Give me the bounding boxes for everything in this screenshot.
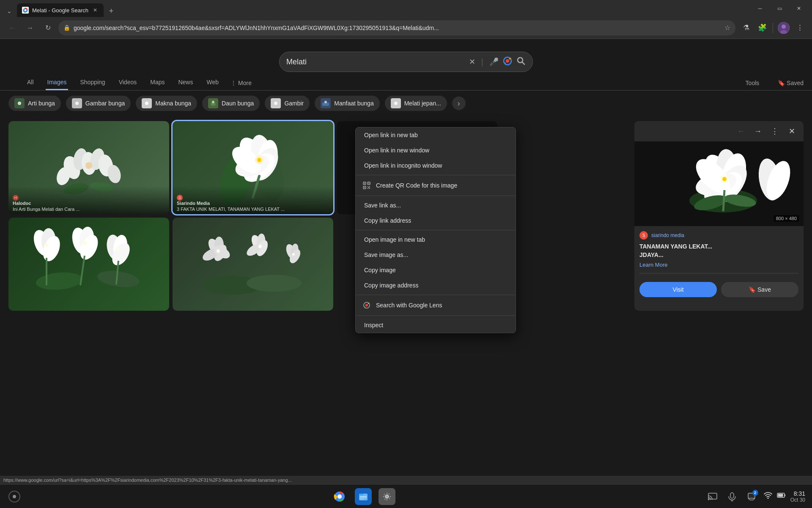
ctx-divider-4 xyxy=(356,295,516,295)
svg-point-11 xyxy=(75,102,79,105)
chrome-app-button[interactable] xyxy=(331,488,348,505)
omnibox[interactable]: 🔒 google.com/search?sca_esv=b77251912650… xyxy=(58,20,735,36)
forward-button[interactable]: → xyxy=(23,21,37,35)
ctx-save-image-as[interactable]: Save image as... xyxy=(356,247,516,262)
recent-tabs-button[interactable]: ⌄ xyxy=(3,5,15,17)
chip-manfaat-bunga[interactable]: Manfaat bunga xyxy=(315,96,379,111)
image-card-5[interactable] xyxy=(173,218,333,311)
source-title-2: 3 FAKTA UNIK MELATI, TANAMAN YANG LEKAT … xyxy=(177,207,329,212)
notification-count: 2 xyxy=(752,490,758,496)
chip-thumb-gambar xyxy=(72,98,82,108)
ctx-save-link-as[interactable]: Save link as... xyxy=(356,198,516,213)
lens-search-button[interactable] xyxy=(503,56,512,68)
reload-button[interactable]: ↻ xyxy=(41,21,55,35)
search-bar[interactable]: Melati ✕ | 🎤 xyxy=(279,52,533,72)
panel-learn-more[interactable]: Learn More xyxy=(639,262,798,268)
panel-prev-button[interactable]: ← xyxy=(734,124,748,138)
search-input[interactable]: Melati xyxy=(286,58,465,66)
taskbar: 2 8:31 Oct 30 xyxy=(0,484,812,508)
back-button[interactable]: ← xyxy=(5,21,19,35)
context-menu: Open link in new tab Open link in new wi… xyxy=(355,127,516,333)
wifi-icon[interactable] xyxy=(763,491,773,502)
image-source-2: S Siarindo Media 3 FAKTA UNIK MELATI, TA… xyxy=(173,186,333,214)
saved-icon: 🔖 xyxy=(778,80,785,86)
svg-point-3 xyxy=(782,25,786,29)
cast-button[interactable] xyxy=(705,489,720,504)
launcher-button[interactable] xyxy=(7,489,22,504)
panel-next-button[interactable]: → xyxy=(751,124,765,138)
chip-gambar-bunga[interactable]: Gambar bunga xyxy=(66,96,131,111)
files-app-button[interactable] xyxy=(355,488,372,505)
chip-makna-bunga[interactable]: Makna bunga xyxy=(136,96,197,111)
bookmark-icon[interactable]: ☆ xyxy=(724,24,730,32)
ctx-create-qr-label: Create QR Code for this image xyxy=(376,182,457,189)
image-row-2 xyxy=(8,218,629,311)
tab-web[interactable]: Web xyxy=(205,75,220,90)
panel-dimensions: 800 × 480 xyxy=(774,215,799,222)
maximize-button[interactable]: ▭ xyxy=(770,2,789,15)
svg-point-52 xyxy=(44,243,49,247)
chip-melati-jepan[interactable]: Melati jepan... xyxy=(385,96,447,111)
ctx-open-image-new-tab-label: Open image in new tab xyxy=(364,236,425,243)
settings-app-button[interactable] xyxy=(379,488,395,505)
image-card-2[interactable]: S Siarindo Media 3 FAKTA UNIK MELATI, TA… xyxy=(173,121,333,214)
extensions-button[interactable]: 🧩 xyxy=(755,21,769,35)
tab-more[interactable]: ⋮ More xyxy=(230,80,252,86)
svg-line-62 xyxy=(80,256,85,285)
ctx-open-new-tab[interactable]: Open link in new tab xyxy=(356,127,516,143)
svg-point-48 xyxy=(96,268,140,290)
tab-news[interactable]: News xyxy=(176,75,195,90)
ctx-open-image-new-tab[interactable]: Open image in new tab xyxy=(356,232,516,247)
labs-button[interactable]: ⚗ xyxy=(739,21,753,35)
ctx-open-new-window[interactable]: Open link in new window xyxy=(356,143,516,158)
menu-button[interactable]: ⋮ xyxy=(793,21,807,35)
new-tab-button[interactable]: + xyxy=(105,5,117,17)
panel-more-button[interactable]: ⋮ xyxy=(768,124,782,138)
notification-button[interactable]: 2 xyxy=(744,489,759,504)
ctx-inspect[interactable]: Inspect xyxy=(356,318,516,333)
tab-tools[interactable]: Tools xyxy=(746,80,760,86)
ctx-copy-link[interactable]: Copy link address xyxy=(356,213,516,228)
chip-label-manfaat: Manfaat bunga xyxy=(334,100,373,107)
image-source-1: H Halodoc Ini Arti Bunga Melati dan Cara… xyxy=(8,186,169,214)
svg-line-8 xyxy=(522,62,525,64)
close-button[interactable]: ✕ xyxy=(789,2,809,15)
ctx-copy-image[interactable]: Copy image xyxy=(356,262,516,278)
mic-button[interactable] xyxy=(724,489,740,504)
minimize-button[interactable]: ─ xyxy=(750,2,770,15)
image-card-4[interactable] xyxy=(8,218,169,311)
voice-search-button[interactable]: 🎤 xyxy=(489,57,499,66)
tab-videos[interactable]: Videos xyxy=(117,75,139,90)
chip-arti-bunga[interactable]: Arti bunga xyxy=(8,96,61,111)
datetime-display[interactable]: 8:31 Oct 30 xyxy=(790,490,805,503)
ctx-search-google-lens[interactable]: Search with Google Lens xyxy=(356,297,516,314)
svg-point-1 xyxy=(25,9,27,11)
chip-label-daun: Daun bunga xyxy=(222,100,254,107)
active-tab[interactable]: Melati - Google Search ✕ xyxy=(17,3,104,17)
tab-close-button[interactable]: ✕ xyxy=(92,7,99,14)
ctx-create-qr[interactable]: Create QR Code for this image xyxy=(356,177,516,194)
chip-daun-bunga[interactable]: Daun bunga xyxy=(202,96,260,111)
tab-maps[interactable]: Maps xyxy=(148,75,166,90)
tab-all[interactable]: All xyxy=(25,75,36,90)
panel-close-button[interactable]: ✕ xyxy=(785,124,798,138)
ctx-copy-image-address[interactable]: Copy image address xyxy=(356,278,516,293)
clear-search-button[interactable]: ✕ xyxy=(469,57,475,66)
image-card-1[interactable]: H Halodoc Ini Arti Bunga Melati dan Cara… xyxy=(8,121,169,214)
svg-point-80 xyxy=(292,253,295,256)
tab-shopping[interactable]: Shopping xyxy=(78,75,107,90)
tab-images[interactable]: Images xyxy=(46,75,69,90)
chips-next-button[interactable]: › xyxy=(452,97,466,110)
search-submit-button[interactable] xyxy=(516,56,526,68)
url-text: google.com/search?sca_esv=b77251912650b4… xyxy=(74,25,721,31)
chip-gambir[interactable]: Gambir xyxy=(265,96,310,111)
profile-button[interactable] xyxy=(776,21,791,35)
lens-icon xyxy=(362,301,371,309)
panel-visit-button[interactable]: Visit xyxy=(639,282,717,297)
saved-button[interactable]: 🔖 Saved xyxy=(778,80,804,86)
panel-save-button[interactable]: 🔖 Save xyxy=(721,282,798,297)
chip-thumb-daun xyxy=(208,98,218,108)
svg-point-15 xyxy=(274,102,277,105)
ctx-open-incognito[interactable]: Open link in incognito window xyxy=(356,158,516,173)
battery-icon[interactable] xyxy=(777,491,786,502)
